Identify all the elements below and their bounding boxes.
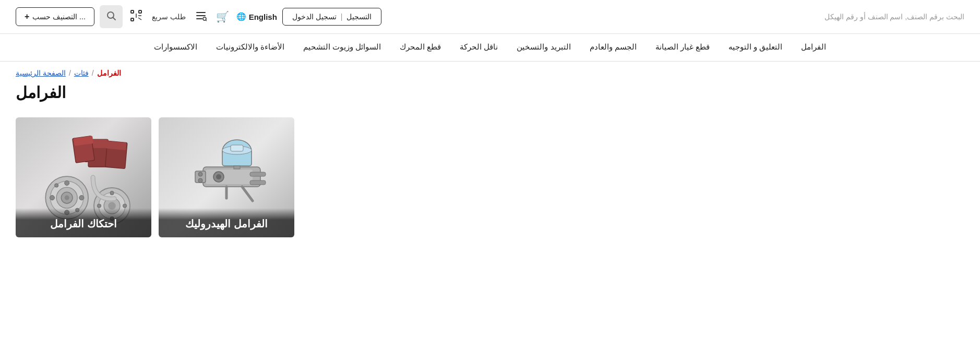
page-title: الفرامل — [16, 83, 66, 102]
quick-order-label: طلب سريع — [152, 13, 186, 21]
svg-point-41 — [65, 196, 69, 200]
login-label: تسجيل الدخول — [292, 13, 337, 21]
breadcrumb-current: الفرامل — [97, 69, 121, 77]
sidebar-item-maintenance[interactable]: قطع غيار الصيانة — [646, 34, 719, 61]
svg-point-25 — [198, 178, 202, 183]
cart-icon: 🛒 — [216, 10, 229, 23]
svg-rect-1 — [196, 15, 206, 16]
svg-rect-0 — [196, 12, 206, 13]
svg-rect-5 — [131, 10, 134, 13]
svg-point-52 — [110, 191, 114, 195]
svg-point-24 — [198, 172, 202, 176]
category-card-friction[interactable]: احتكاك الفرامل — [16, 117, 151, 237]
svg-rect-7 — [131, 18, 134, 21]
plus-icon: + — [25, 12, 29, 21]
svg-point-44 — [50, 196, 54, 200]
lang-label: English — [249, 13, 277, 21]
sidebar-item-transmission[interactable]: ناقل الحركة — [450, 34, 507, 61]
breadcrumb-section: الفرامل / فئات / الصفحة الرئيسية — [0, 62, 980, 79]
svg-line-12 — [113, 17, 115, 20]
svg-line-4 — [206, 20, 207, 21]
header: البحث برقم الصنف, اسم الصنف أو رقم الهيك… — [0, 0, 980, 34]
svg-point-45 — [79, 196, 84, 200]
search-icon — [106, 10, 116, 23]
barcode-scan-button[interactable] — [128, 7, 145, 27]
sidebar-item-accessories[interactable]: الاكسسوارات — [145, 34, 207, 61]
category-cards-section: الفرامل الهيدروليك — [0, 112, 980, 258]
svg-rect-18 — [206, 170, 253, 184]
svg-point-3 — [203, 17, 206, 20]
svg-point-55 — [123, 204, 126, 208]
svg-line-27 — [242, 187, 253, 201]
sidebar-item-steering[interactable]: التعليق و التوجيه — [719, 34, 792, 61]
svg-rect-2 — [196, 18, 202, 19]
divider: | — [341, 13, 343, 21]
cart-button[interactable]: 🛒 — [214, 8, 231, 25]
card-label-friction: احتكاك الفرامل — [16, 208, 151, 237]
search-hint-text: البحث برقم الصنف, اسم الصنف أو رقم الهيك… — [824, 13, 964, 21]
svg-point-54 — [97, 204, 101, 208]
svg-rect-28 — [234, 166, 240, 169]
svg-rect-21 — [250, 172, 266, 176]
scan-icon — [130, 9, 142, 25]
svg-rect-22 — [250, 180, 266, 185]
sidebar-item-brakes[interactable]: الفرامل — [792, 34, 835, 61]
svg-point-42 — [65, 180, 69, 185]
register-label: التسجيل — [346, 13, 372, 21]
sidebar-item-lubricants[interactable]: السوائل وزيوت التشحيم — [294, 34, 390, 61]
quick-order-list-icon[interactable] — [193, 8, 209, 26]
quick-order-button[interactable]: طلب سريع — [150, 10, 188, 23]
classify-label: ... التصنيف حسب — [32, 13, 85, 21]
breadcrumb: الفرامل / فئات / الصفحة الرئيسية — [16, 69, 121, 77]
breadcrumb-separator: / — [92, 69, 94, 77]
sidebar-item-cooling[interactable]: التبريد والتسخين — [507, 34, 580, 61]
main-navigation: الفرامل التعليق و التوجيه قطع غيار الصيا… — [0, 34, 980, 62]
globe-icon: 🌐 — [236, 12, 246, 21]
svg-rect-16 — [231, 145, 243, 151]
page-title-section: الفرامل — [0, 79, 980, 112]
sidebar-item-body[interactable]: الجسم والعادم — [580, 34, 646, 61]
svg-point-20 — [216, 174, 221, 179]
sidebar-item-engine[interactable]: قطع المحرك — [390, 34, 450, 61]
svg-rect-6 — [139, 10, 141, 13]
classify-button[interactable]: ... التصنيف حسب + — [16, 7, 94, 26]
breadcrumb-categories[interactable]: فئات — [74, 69, 89, 77]
sidebar-item-lighting[interactable]: الأضاءة والالكترونيات — [207, 34, 294, 61]
svg-line-10 — [138, 18, 141, 20]
svg-point-46 — [55, 184, 58, 187]
list-icon — [195, 10, 207, 24]
search-button[interactable] — [100, 5, 123, 28]
breadcrumb-home[interactable]: الصفحة الرئيسية — [16, 69, 66, 77]
header-right: التسجيل | تسجيل الدخول English 🌐 🛒 — [16, 5, 381, 28]
language-switcher[interactable]: English 🌐 — [236, 12, 277, 21]
header-left: البحث برقم الصنف, اسم الصنف أو رقم الهيك… — [824, 13, 964, 21]
card-label-hydraulic: الفرامل الهيدروليك — [159, 208, 294, 237]
category-card-hydraulic[interactable]: الفرامل الهيدروليك — [159, 117, 294, 237]
breadcrumb-separator-2: / — [69, 69, 71, 77]
login-register-button[interactable]: التسجيل | تسجيل الدخول — [282, 8, 382, 26]
